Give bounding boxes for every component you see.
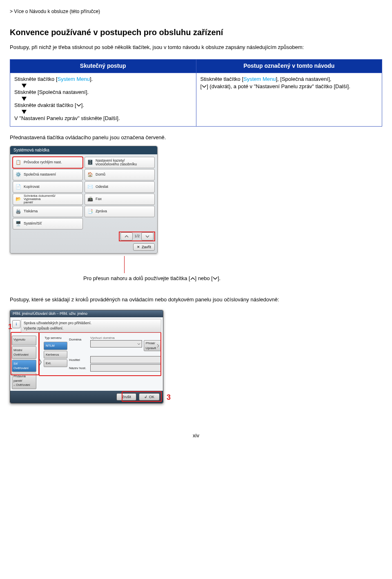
report-button[interactable]: 📑 Zpráva [85, 206, 155, 217]
caption-post: ]. [218, 275, 220, 281]
network-icon: 🖥️ [16, 221, 21, 227]
home-button[interactable]: 🏠 Domů [85, 169, 155, 180]
r-line2-post: ] (dvakrát), a poté v "Nastavení Panelu … [207, 83, 350, 89]
btn-label: Nastavení kazety/ víceúčelového zásobník… [96, 159, 137, 166]
btn-label: Kopírovat [24, 184, 40, 189]
system-menu-label: System Menu [243, 76, 276, 82]
common-settings-button[interactable]: ⚙️ Společná nastavení [13, 169, 83, 180]
ui-system-menu: Systémová nabídka 📋 Průvodce rychlým nas… [10, 146, 158, 254]
copy-button[interactable]: 📄 Kopírovat [13, 181, 83, 193]
highlight-rect-3 [122, 391, 162, 402]
quick-setup-guide-button[interactable]: 📋 Průvodce rychlým nast. [13, 157, 83, 168]
col-header-actual: Skutečný postup [10, 59, 196, 73]
callout-number-3: 3 [167, 392, 171, 403]
ui1-title: Systémová nabídka [10, 146, 157, 154]
report-icon: 📑 [87, 209, 93, 214]
btn-label: Odeslat [96, 184, 108, 189]
close-button[interactable]: ✕ Zavřít [133, 243, 155, 251]
step3-pre: Stiskněte dvakrát tlačítko [ [14, 102, 76, 108]
btn-label: Systém/Síť [24, 221, 42, 226]
gear-icon: ⚙️ [16, 172, 21, 178]
r-line1-post: ], [Společná nastavení], [276, 76, 331, 82]
procedure-table: Skutečný postup Postup označený v tomto … [10, 59, 382, 127]
info-line1: Správa uživatelských jmen pro přihlášení… [24, 321, 158, 326]
caption-pre: Pro přesun nahoru a dolů používejte tlač… [83, 275, 190, 281]
home-icon: 🏠 [87, 172, 93, 178]
callout-number-1: 1 [8, 322, 12, 332]
step4: V "Nastavení Panelu zpráv" stiskněte [Da… [14, 115, 192, 122]
info-icon: i [12, 320, 20, 328]
page-up-button[interactable] [120, 232, 133, 241]
box-icon: 📂 [16, 196, 21, 202]
fax-button[interactable]: 📠 Fax [85, 194, 155, 205]
tray-icon: 🗄️ [87, 160, 93, 165]
info-line2: Vyberte způsob ověření. [24, 326, 158, 331]
page-down-button[interactable] [141, 232, 154, 241]
arrow-down-icon [22, 110, 27, 114]
breadcrumb: > Více o Návodu k obsluze (této příručce… [10, 8, 382, 15]
ui2-title: Přihl. jméno/Účtování úloh – Přihl. uživ… [10, 310, 163, 317]
copy-icon: 📄 [16, 184, 21, 190]
nav-caption: Pro přesun nahoru a dolů používejte tlač… [83, 275, 304, 282]
printer-icon: 🖨️ [16, 209, 21, 214]
arrow-down-icon [22, 97, 27, 101]
col-header-in-manual: Postup označený v tomto návodu [196, 59, 382, 73]
send-button[interactable]: ✉️ Odeslat [85, 181, 155, 193]
fax-icon: 📠 [87, 196, 93, 202]
manual-steps: Stiskněte tlačítko [System Menu], [Spole… [196, 73, 382, 127]
btn-label: Společná nastavení [24, 172, 56, 177]
system-menu-label: System Menu [58, 76, 90, 82]
numbered-intro: Postupy, které se skládají z kroků prová… [10, 296, 382, 303]
highlight-rect-1 [11, 332, 39, 375]
guide-icon: 📋 [16, 160, 21, 165]
document-box-button[interactable]: 📂 Schránka dokumentů/ Vyjímatelná paměť [13, 194, 83, 205]
r-line1-pre: Stiskněte tlačítko [ [200, 76, 244, 82]
btn-label: Fax [96, 196, 102, 202]
step3-post: ]. [81, 102, 84, 108]
chevron-up-icon [125, 235, 129, 238]
step2: Stiskněte [Společná nastavení]. [14, 89, 192, 96]
page-title: Konvence používané v postupech pro obslu… [10, 27, 382, 38]
close-x-icon: ✕ [137, 245, 140, 250]
page-number-indicator: 1/2 [134, 234, 140, 239]
cassette-settings-button[interactable]: 🗄️ Nastavení kazety/ víceúčelového zásob… [85, 157, 155, 168]
page-number: xiv [10, 432, 382, 439]
chevron-down-icon [213, 277, 218, 280]
highlight-rect-2 [39, 332, 161, 376]
step1-post: ]. [90, 76, 93, 82]
chevron-down-icon [76, 104, 81, 107]
chevron-down-icon [202, 85, 207, 88]
step1-pre: Stiskněte tlačítko [ [14, 76, 58, 82]
send-icon: ✉️ [87, 184, 93, 190]
callout-line [124, 256, 125, 273]
btn-label: Zpráva [96, 209, 107, 214]
ui-login-admin: 1 2 3 Přihl. jméno/Účtování úloh – Přihl… [10, 310, 163, 403]
btn-label: Schránka dokumentů/ Vyjímatelná paměť [24, 194, 56, 204]
printer-button[interactable]: 🖨️ Tiskárna [13, 206, 83, 217]
caption-mid: ] nebo [ [195, 275, 213, 281]
btn-label: Průvodce rychlým nast. [24, 160, 62, 165]
page-nav: 1/2 [119, 232, 155, 241]
preset-note: Přednastavená tlačítka ovládacího panelu… [10, 134, 382, 141]
chevron-up-icon [190, 277, 195, 280]
chevron-down-icon [145, 235, 149, 238]
system-network-button[interactable]: 🖥️ Systém/Síť [13, 218, 83, 229]
arrow-down-icon [22, 84, 27, 88]
actual-steps: Stiskněte tlačítko [System Menu]. Stiskn… [10, 73, 196, 127]
btn-label: Tiskárna [24, 209, 38, 214]
close-label: Zavřít [142, 245, 151, 250]
ui2-info-box: i Správa uživatelských jmen pro přihláše… [21, 319, 161, 332]
btn-label: Domů [96, 172, 105, 177]
intro-paragraph: Postupy, při nichž je třeba stisknout po… [10, 44, 382, 51]
